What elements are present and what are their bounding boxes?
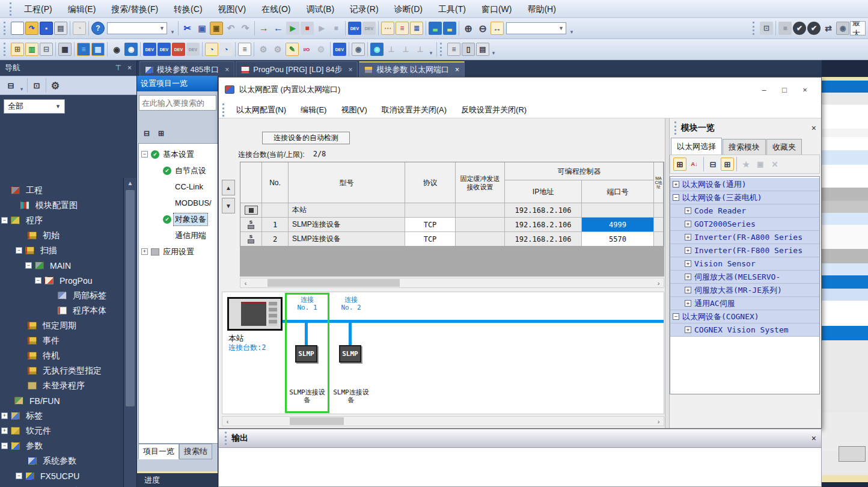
close-icon[interactable]: ×: [811, 433, 816, 443]
menu-recording[interactable]: 记录(R): [342, 0, 386, 18]
nav-cpu-parameter[interactable]: CPU参数: [0, 483, 123, 487]
tab-close-icon[interactable]: ×: [455, 66, 459, 74]
nav-settings-gear-icon[interactable]: ⚙: [49, 79, 62, 92]
menu-debug[interactable]: 调试(B): [298, 0, 342, 18]
expand-icon[interactable]: +: [685, 234, 691, 240]
menu-convert[interactable]: 转换(C): [166, 0, 210, 18]
options-icon[interactable]: ⚙: [257, 43, 270, 56]
cross-reference-icon[interactable]: ▤: [476, 43, 489, 56]
favorite-delete-icon[interactable]: ✕: [768, 158, 781, 171]
device-search-icon[interactable]: ◉: [352, 43, 365, 56]
mod-inverter-f800[interactable]: +Inverter(FR-F800 Series: [670, 244, 819, 257]
collapse-all-icon[interactable]: ⊟: [706, 158, 720, 171]
check-program-icon[interactable]: ✔: [793, 22, 806, 35]
nav-fb-fun[interactable]: FB/FUN: [0, 393, 123, 408]
mod-servo-melservo[interactable]: +伺服放大器(MELSERVO-: [670, 271, 819, 284]
connection-destination-icon[interactable]: ▥: [25, 43, 38, 56]
host-station-module-image[interactable]: [227, 297, 283, 331]
conn-row-host[interactable]: 本站192.168.2.106: [240, 203, 664, 218]
set-modbus[interactable]: MODBUS/: [139, 195, 218, 211]
fb-editor-icon[interactable]: ▦: [91, 43, 105, 56]
pin-icon[interactable]: ⊤: [115, 64, 121, 72]
zoom-level-combo[interactable]: ▼: [506, 22, 566, 34]
nav-fixed-cycle[interactable]: 恒定周期: [0, 318, 123, 333]
mod-tab-search-module[interactable]: 搜索模块: [723, 139, 766, 155]
cell-mac-address[interactable]: [654, 218, 664, 232]
set-cc-link[interactable]: CC-Link: [139, 179, 218, 195]
dlg-menu-edit[interactable]: 编辑(E): [293, 105, 334, 115]
navigation-window-icon[interactable]: ⊞: [11, 43, 24, 56]
row-move-up-button[interactable]: ▲: [222, 180, 235, 195]
auto-detect-button[interactable]: 连接设备的自动检测: [262, 132, 350, 144]
set-tab-item-list[interactable]: 项目一览: [138, 444, 179, 459]
menu-help[interactable]: 帮助(H): [519, 0, 563, 18]
expand-icon[interactable]: +: [685, 207, 691, 214]
expand-icon[interactable]: +: [685, 260, 691, 267]
comment-icon[interactable]: ⋯: [381, 22, 394, 35]
link-disabled3-icon[interactable]: ⊥: [414, 43, 427, 56]
screen-zoom-icon[interactable]: ◉: [370, 43, 384, 56]
collapse-icon[interactable]: −: [673, 194, 679, 201]
set-basic[interactable]: −✔基本设置: [139, 146, 218, 162]
scrollbar-thumb[interactable]: [126, 190, 135, 406]
toolbar-overflow-3[interactable]: ▾: [427, 43, 435, 56]
settings-expand-icon[interactable]: ⊞: [154, 127, 168, 140]
favorite-star-icon[interactable]: ★: [739, 158, 753, 171]
nav-standby[interactable]: 待机: [0, 348, 123, 363]
expand-icon[interactable]: +: [685, 300, 691, 307]
menu-window[interactable]: 窗口(W): [474, 0, 520, 18]
history-icon[interactable]: ◔: [73, 22, 86, 35]
nav-program[interactable]: −程序: [0, 213, 123, 228]
nav-fx5ucpu[interactable]: −FX5UCPU: [0, 468, 123, 483]
settings-collapse-icon[interactable]: ⊟: [140, 127, 153, 140]
collapse-icon[interactable]: −: [35, 277, 41, 284]
tree-collapse-icon[interactable]: ⊡: [30, 79, 43, 92]
collapse-icon[interactable]: −: [16, 473, 22, 479]
close-icon[interactable]: ×: [811, 123, 816, 133]
check-parameter-icon[interactable]: ✔: [807, 22, 821, 35]
plc-transfer-icon[interactable]: ⇄: [822, 22, 835, 35]
nav-main[interactable]: −MAIN: [0, 258, 123, 273]
collapse-icon[interactable]: −: [673, 313, 679, 320]
watch-start-icon[interactable]: ◔: [205, 43, 218, 56]
tab-close-icon[interactable]: ×: [348, 66, 352, 74]
collapse-icon[interactable]: −: [1, 217, 8, 224]
snapshot-icon[interactable]: ◉: [836, 22, 849, 35]
collapse-icon[interactable]: −: [141, 151, 148, 158]
scroll-up-icon[interactable]: ▲: [124, 178, 136, 186]
mod-ethernet-mitsubishi[interactable]: −以太网设备(三菱电机): [670, 191, 819, 204]
expand-icon[interactable]: +: [1, 412, 8, 419]
close-icon[interactable]: ×: [795, 82, 815, 97]
toolbar-grip[interactable]: [4, 22, 7, 35]
set-target-device[interactable]: ✔对象设备: [139, 211, 218, 227]
expand-icon[interactable]: +: [685, 326, 691, 333]
cell-ip-address[interactable]: 192.168.2.106: [505, 218, 582, 232]
conn-row-2[interactable]: S2SLMP连接设备TCP192.168.2.1065570: [240, 232, 664, 247]
cell-protocol[interactable]: TCP: [405, 218, 456, 232]
mod-ethernet-cognex[interactable]: −以太网设备(COGNEX): [670, 310, 819, 323]
save-project-icon[interactable]: ▪: [40, 22, 53, 35]
nav-project[interactable]: 工程: [0, 183, 123, 198]
scrollbar-thumb[interactable]: [290, 417, 344, 425]
tool-disabled-icon[interactable]: ⚙: [314, 43, 328, 56]
link-disabled2-icon[interactable]: ⊥: [399, 43, 412, 56]
nav-no-execution-type[interactable]: 无执行类型指定: [0, 363, 123, 378]
mod-got2000[interactable]: +GOT2000Series: [670, 218, 819, 231]
set-own-node[interactable]: ✔自节点设: [139, 162, 218, 179]
print-icon[interactable]: ▤: [54, 22, 67, 35]
mod-code-reader[interactable]: +Code Reader: [670, 204, 819, 218]
edit-mode-icon[interactable]: ✎: [286, 43, 299, 56]
mod-tab-favorites[interactable]: 收藏夹: [766, 139, 802, 155]
table-horizontal-scrollbar[interactable]: ‹ ›: [240, 278, 664, 288]
tab-close-icon[interactable]: ×: [225, 66, 229, 74]
cell-fixed-buffer[interactable]: [456, 218, 505, 232]
statement-icon[interactable]: ≣: [410, 22, 423, 35]
cell-fixed-buffer[interactable]: [456, 203, 505, 218]
dlg-menu-cancel-close[interactable]: 取消设置并关闭(A): [374, 105, 454, 115]
memory-card-icon[interactable]: ▯: [462, 43, 475, 56]
cell-protocol[interactable]: [405, 203, 456, 218]
cell-port-number[interactable]: 4999: [582, 218, 654, 232]
io-assignment-icon[interactable]: ⊟: [40, 43, 53, 56]
nav-program-body[interactable]: 程序本体: [0, 303, 123, 318]
expand-icon[interactable]: +: [685, 287, 691, 293]
